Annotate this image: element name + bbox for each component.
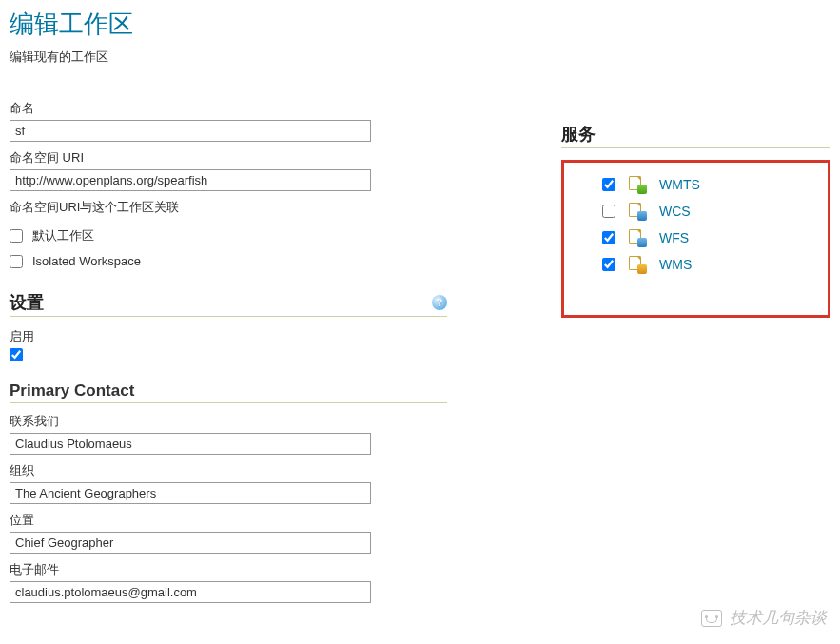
left-column: 命名 命名空间 URI 命名空间URI与这个工作区关联 默认工作区 Isolat… bbox=[10, 100, 447, 611]
service-checkbox-wcs[interactable] bbox=[602, 205, 615, 218]
primary-contact-header: Primary Contact bbox=[10, 381, 447, 403]
service-icon bbox=[629, 229, 646, 246]
isolated-workspace-row: Isolated Workspace bbox=[10, 254, 447, 268]
service-row-wcs: WCS bbox=[602, 203, 805, 220]
service-row-wms: WMS bbox=[602, 256, 805, 273]
default-workspace-row: 默认工作区 bbox=[10, 227, 447, 244]
service-icon bbox=[629, 203, 646, 220]
email-input[interactable] bbox=[10, 581, 371, 603]
namespace-uri-label: 命名空间 URI bbox=[10, 149, 447, 166]
service-icon bbox=[629, 176, 646, 193]
help-icon[interactable]: ? bbox=[432, 295, 447, 310]
service-link-wfs[interactable]: WFS bbox=[659, 230, 689, 245]
position-input[interactable] bbox=[10, 532, 371, 554]
service-checkbox-wms[interactable] bbox=[602, 258, 615, 271]
enabled-checkbox[interactable] bbox=[10, 348, 23, 361]
service-checkbox-wmts[interactable] bbox=[602, 178, 615, 191]
contact-input[interactable] bbox=[10, 433, 371, 455]
enabled-label: 启用 bbox=[10, 328, 447, 345]
service-checkbox-wfs[interactable] bbox=[602, 231, 615, 244]
position-label: 位置 bbox=[10, 512, 447, 529]
settings-header-text: 设置 bbox=[10, 291, 44, 314]
namespace-uri-hint: 命名空间URI与这个工作区关联 bbox=[10, 199, 447, 216]
email-label: 电子邮件 bbox=[10, 561, 447, 578]
services-header: 服务 bbox=[561, 123, 830, 148]
service-link-wcs[interactable]: WCS bbox=[659, 204, 691, 219]
watermark-text: 技术几句杂谈 bbox=[730, 607, 827, 618]
default-workspace-checkbox[interactable] bbox=[10, 229, 23, 243]
services-header-text: 服务 bbox=[561, 123, 596, 146]
org-input[interactable] bbox=[10, 482, 371, 504]
isolated-workspace-label: Isolated Workspace bbox=[32, 254, 141, 268]
contact-label: 联系我们 bbox=[10, 413, 447, 430]
default-workspace-label: 默认工作区 bbox=[32, 227, 94, 244]
page-title: 编辑工作区 bbox=[10, 8, 830, 41]
service-link-wms[interactable]: WMS bbox=[659, 257, 692, 272]
wechat-icon bbox=[701, 610, 722, 619]
service-row-wfs: WFS bbox=[602, 229, 805, 246]
name-input[interactable] bbox=[10, 120, 371, 142]
namespace-uri-input[interactable] bbox=[10, 169, 371, 191]
watermark: 技术几句杂谈 bbox=[701, 607, 827, 618]
org-label: 组织 bbox=[10, 462, 447, 479]
right-column: 服务 WMTSWCSWFSWMS bbox=[561, 100, 830, 611]
isolated-workspace-checkbox[interactable] bbox=[10, 255, 23, 268]
services-highlight-box: WMTSWCSWFSWMS bbox=[561, 160, 830, 318]
service-icon bbox=[629, 256, 646, 273]
name-label: 命名 bbox=[10, 100, 447, 117]
settings-header: 设置 ? bbox=[10, 291, 447, 317]
page-subtitle: 编辑现有的工作区 bbox=[10, 49, 830, 66]
service-link-wmts[interactable]: WMTS bbox=[659, 177, 700, 192]
service-row-wmts: WMTS bbox=[602, 176, 805, 193]
